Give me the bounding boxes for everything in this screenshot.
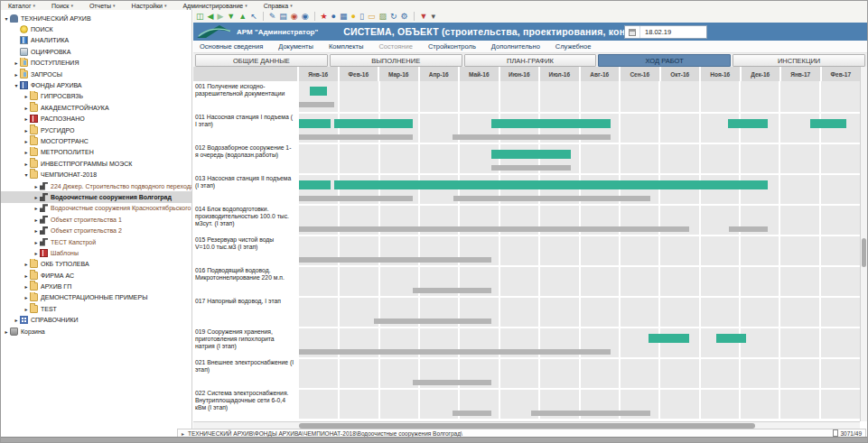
- subnav-item[interactable]: Основные сведения: [200, 42, 263, 51]
- caret-right-icon[interactable]: ▸: [23, 115, 30, 122]
- subnav-item[interactable]: Дополнительно: [491, 42, 540, 51]
- gantt-bar-plan[interactable]: [531, 411, 650, 416]
- tree-item[interactable]: ▸Корзина: [1, 326, 191, 337]
- caret-right-icon[interactable]: ▸: [23, 283, 30, 290]
- gantt-bar-plan[interactable]: [299, 226, 689, 232]
- caret-down-icon[interactable]: ▾: [23, 171, 30, 178]
- gantt-bar-actual[interactable]: [728, 119, 769, 128]
- caret-right-icon[interactable]: ▸: [33, 239, 40, 245]
- nav-up-icon[interactable]: ▲: [238, 12, 247, 22]
- tree-item[interactable]: ▾ЧЕМПИОНАТ-2018: [1, 169, 191, 180]
- gantt-bar-actual[interactable]: [299, 180, 331, 189]
- tree-item[interactable]: ▸СПРАВОЧНИКИ: [1, 315, 191, 326]
- nav-back-icon[interactable]: ◀: [208, 12, 214, 22]
- gantt-bar-actual[interactable]: [491, 119, 610, 128]
- date-field[interactable]: 18.02.19: [624, 25, 707, 39]
- gantt-bar-actual[interactable]: [299, 119, 331, 128]
- gantt-bar-actual[interactable]: [310, 87, 327, 96]
- panel-toggle-icon[interactable]: ◫: [196, 12, 204, 22]
- tree-item[interactable]: ▸ТЕСТ Капстрой: [1, 236, 191, 247]
- favorites-icon[interactable]: ★: [321, 12, 328, 22]
- gantt-bar-actual[interactable]: [716, 334, 746, 343]
- image-icon[interactable]: ▨: [378, 12, 387, 22]
- subnav-item[interactable]: Комплекты: [329, 42, 364, 51]
- caret-down-icon[interactable]: ▾: [13, 82, 20, 88]
- tree-item[interactable]: ▸Водоочистные сооружения Волгоград: [1, 191, 191, 202]
- tree-item[interactable]: ▸Объект строительства 2: [1, 225, 191, 235]
- caret-right-icon[interactable]: ▸: [23, 261, 30, 267]
- journal-icon[interactable]: ▯: [359, 12, 364, 22]
- menu-item[interactable]: Поиск▾: [51, 3, 73, 9]
- filter-icon[interactable]: ▼: [420, 12, 428, 22]
- tree-item[interactable]: ▸РАСПОЗНАНО: [1, 114, 191, 125]
- gantt-bar-plan[interactable]: [299, 257, 491, 263]
- gantt-bar-plan[interactable]: [453, 411, 491, 416]
- gear-icon[interactable]: ⚙: [401, 12, 408, 22]
- tree-item[interactable]: ▸ПОСТУПЛЕНИЯ: [1, 58, 191, 69]
- gantt-bar-plan[interactable]: [453, 196, 650, 201]
- caret-right-icon[interactable]: ▸: [23, 161, 30, 167]
- caret-right-icon[interactable]: ▸: [3, 328, 10, 335]
- caret-right-icon[interactable]: ▸: [23, 138, 30, 144]
- tree-item[interactable]: ▸ОКБ ТУПОЛЕВА: [1, 259, 191, 270]
- gantt-bar-plan[interactable]: [491, 165, 570, 171]
- tree-item[interactable]: ▸TEST: [1, 303, 191, 314]
- caret-right-icon[interactable]: ▸: [33, 217, 40, 223]
- caret-right-icon[interactable]: ▸: [23, 306, 30, 312]
- caret-right-icon[interactable]: ▸: [33, 205, 40, 211]
- subnav-item[interactable]: Документы: [278, 42, 313, 51]
- caret-right-icon[interactable]: ▸: [23, 272, 30, 279]
- tab-inactive[interactable]: ПЛАН-ГРАФИК: [464, 54, 597, 67]
- menu-item[interactable]: Администрирование▾: [182, 3, 247, 9]
- tree-item[interactable]: АНАЛИТИКА: [1, 35, 191, 46]
- subnav-item[interactable]: Служебное: [555, 42, 592, 51]
- vertical-scrollbar[interactable]: [860, 67, 867, 421]
- tree-item[interactable]: ОЦИФРОВКА: [1, 46, 191, 57]
- menu-item[interactable]: Каталог▾: [8, 3, 35, 9]
- tree-item[interactable]: ▸ДЕМОНСТРАЦИОННЫЕ ПРИМЕРЫ: [1, 292, 191, 303]
- caret-right-icon[interactable]: ▸: [23, 294, 30, 300]
- tree-item[interactable]: ▸МЕТРОПОЛИТЕН: [1, 147, 191, 158]
- gantt-bar-plan[interactable]: [299, 196, 413, 201]
- analytics-icon[interactable]: ▦: [340, 12, 348, 22]
- caret-right-icon[interactable]: ▸: [13, 317, 20, 323]
- caret-right-icon[interactable]: ▸: [23, 105, 30, 111]
- gantt-bar-actual[interactable]: [810, 119, 846, 128]
- gantt-bar-plan[interactable]: [453, 134, 611, 140]
- refresh-icon[interactable]: ↻: [390, 12, 397, 22]
- tab-active[interactable]: ХОД РАБОТ: [598, 54, 731, 67]
- tree-item[interactable]: ▸Шаблоны: [1, 247, 191, 258]
- ext-link-icon[interactable]: ◉: [302, 12, 309, 22]
- gantt-bar-plan[interactable]: [729, 226, 769, 232]
- caret-right-icon[interactable]: ▸: [33, 227, 40, 234]
- bulb-icon[interactable]: ●: [351, 12, 356, 22]
- statusbar-expand-icon[interactable]: ▸: [182, 430, 184, 437]
- tree-item[interactable]: ▸Водоочистные сооружения Краснооктябрьск…: [1, 203, 191, 214]
- caret-right-icon[interactable]: ▸: [23, 93, 30, 99]
- tree-item[interactable]: ▸ИНВЕСТПРОГРАММЫ МОЭСК: [1, 158, 191, 169]
- edit-card-icon[interactable]: ✎: [269, 12, 276, 22]
- tree-item[interactable]: ▸ЗАПРОСЫ: [1, 69, 191, 79]
- tree-item[interactable]: ▸ГИПРОСВЯЗЬ: [1, 91, 191, 102]
- tree-item[interactable]: ПОИСК: [1, 23, 191, 34]
- nav-forward-icon[interactable]: ▶: [217, 12, 223, 22]
- tree-item[interactable]: ▸АРХИВ ГП: [1, 281, 191, 291]
- menu-item[interactable]: Настройки▾: [132, 3, 167, 9]
- tree-item[interactable]: ▸224 Дюкер. Строительство подводного пер…: [1, 180, 191, 191]
- gantt-bar-actual[interactable]: [491, 150, 570, 159]
- globe-icon[interactable]: ●: [331, 12, 336, 22]
- folder-icon[interactable]: ▭: [368, 12, 376, 22]
- select-cursor-icon[interactable]: ↖: [250, 12, 257, 22]
- subnav-item[interactable]: Состояние: [378, 42, 412, 51]
- caret-right-icon[interactable]: ▸: [13, 60, 20, 66]
- gantt-bar-actual[interactable]: [334, 180, 769, 189]
- tree-item[interactable]: ▸МОСГОРТРАНС: [1, 135, 191, 146]
- web-link-icon[interactable]: ◉: [291, 12, 298, 22]
- menu-item[interactable]: Справка▾: [264, 3, 293, 9]
- gantt-bar-plan[interactable]: [299, 102, 334, 107]
- caret-down-icon[interactable]: ▾: [3, 15, 10, 22]
- menu-item[interactable]: Отчеты▾: [89, 3, 116, 9]
- gantt-bar-actual[interactable]: [334, 119, 413, 128]
- caret-right-icon[interactable]: ▸: [23, 127, 30, 134]
- tab-inactive[interactable]: ИНСПЕКЦИИ: [733, 54, 865, 67]
